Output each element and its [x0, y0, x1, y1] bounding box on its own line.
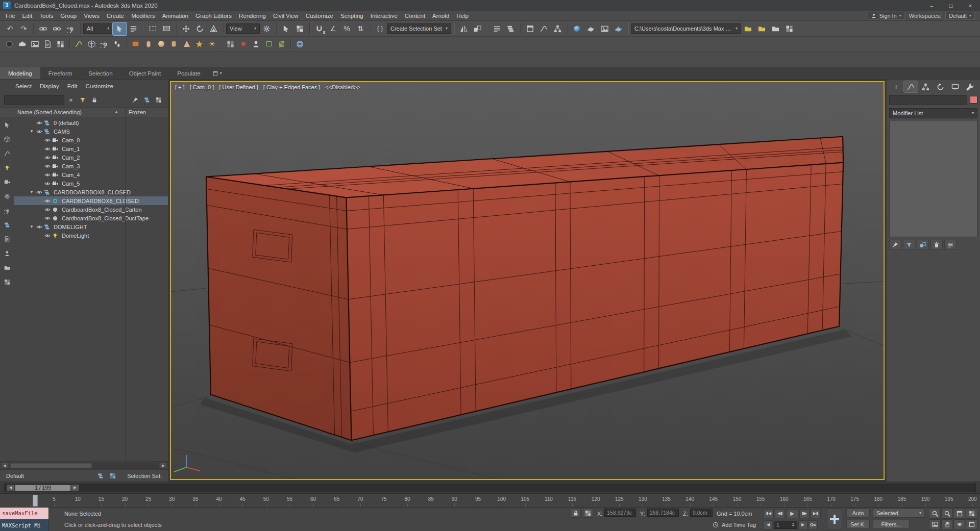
shapes-filter-icon[interactable] [3, 149, 12, 158]
material-editor-button[interactable] [570, 22, 584, 35]
z-coordinate-field[interactable]: 0.0cm [690, 509, 713, 517]
y-coordinate-field[interactable]: 268.7184c [647, 509, 679, 517]
scene-explorer-row[interactable]: Cam_1 [14, 144, 168, 153]
menu-edit[interactable]: Edit [19, 13, 36, 19]
search-input[interactable] [4, 95, 64, 105]
scene-explorer-row[interactable]: ▼CARDBOARDBOX8_CLOSED [14, 188, 168, 196]
visibility-eye-icon[interactable] [44, 163, 52, 169]
spacewarps-filter-icon[interactable] [3, 206, 12, 215]
spinner-snap-toggle[interactable]: ⇅ [354, 22, 368, 35]
explorer-settings-button[interactable] [154, 95, 164, 105]
filter-funnel-button[interactable] [78, 95, 88, 105]
selection-lock-toggle[interactable] [571, 509, 581, 518]
key-filters-button[interactable]: Filters... [873, 520, 910, 529]
previous-frame-button[interactable]: ◀▮ [775, 509, 785, 518]
keyboard-shortcut-override-toggle[interactable] [293, 22, 307, 35]
visibility-eye-icon[interactable] [44, 215, 52, 221]
unlink-button[interactable] [50, 22, 64, 35]
point-button[interactable] [237, 38, 250, 50]
zoom-region-button[interactable] [929, 519, 941, 529]
auto-key-button[interactable]: Auto [846, 509, 870, 518]
toggle-ribbon-button[interactable] [523, 22, 537, 35]
scene-explorer-row[interactable]: ▼CAMS [14, 127, 168, 136]
menu-customize[interactable]: Customize [302, 13, 337, 19]
cube-button[interactable] [85, 38, 98, 50]
use-pivot-point-center-button[interactable] [260, 22, 274, 35]
chamferbox-button[interactable] [129, 38, 142, 50]
spacewarp-button[interactable] [98, 38, 111, 50]
go-to-start-button[interactable]: ▮◀ [764, 509, 774, 518]
project-folder-combo[interactable]: C:\Users\costa\Documents\3ds Max 2020 ▾ [631, 23, 741, 34]
select-by-name-button[interactable] [127, 22, 140, 35]
rendered-frame-window-button[interactable] [598, 22, 611, 35]
toggle-layer-explorer-button[interactable] [504, 22, 518, 35]
globe-button[interactable] [293, 38, 306, 50]
selection-filter-dropdown[interactable]: All ▾ [83, 23, 113, 34]
display-tab[interactable] [948, 81, 962, 92]
bones-filter-icon[interactable] [3, 249, 12, 258]
scene-explorer-row[interactable]: ▼DOMELIGHT [14, 222, 168, 231]
scene-explorer-row[interactable]: Cam_2 [14, 153, 168, 162]
curve-editor-button[interactable] [537, 22, 551, 35]
modifier-stack-list[interactable] [889, 121, 977, 237]
scroll-left-button[interactable]: ◀ [1, 463, 8, 469]
visibility-eye-icon[interactable] [44, 172, 52, 178]
edit-named-selection-sets-button[interactable]: { } [373, 22, 387, 35]
hierarchy-tab[interactable] [919, 81, 933, 92]
viewport-shading-menu[interactable]: [ Clay + Edged Faces ] [263, 84, 321, 90]
materials-filter-icon[interactable] [3, 277, 12, 286]
angle-snap-toggle[interactable]: ∠ [326, 22, 340, 35]
select-and-move-button[interactable] [179, 22, 193, 35]
menu-rendering[interactable]: Rendering [235, 13, 270, 19]
lock-explorer-button[interactable] [89, 95, 100, 105]
pin-stack-button[interactable] [889, 240, 901, 250]
rectangular-selection-region-button[interactable] [146, 22, 160, 35]
menu-help[interactable]: Help [453, 13, 472, 19]
containers-filter-icon[interactable] [3, 263, 12, 272]
mirror-button[interactable] [457, 22, 471, 35]
explorer-menu-select[interactable]: Select [11, 83, 36, 89]
edit-named-sets-icon[interactable] [96, 472, 105, 480]
scene-explorer-row[interactable]: Cam_3 [14, 162, 168, 170]
scene-explorer-row[interactable]: Cam_5 [14, 179, 168, 188]
motion-tab[interactable] [934, 81, 947, 92]
menu-interactive[interactable]: Interactive [367, 13, 401, 19]
go-to-end-button[interactable]: ▶▮ [811, 509, 821, 518]
visibility-eye-icon[interactable] [36, 129, 44, 135]
utilities-tab[interactable] [963, 81, 977, 92]
ribbon-tab-selection[interactable]: Selection [80, 67, 120, 79]
visibility-eye-icon[interactable] [44, 137, 52, 143]
menu-scripting[interactable]: Scripting [337, 13, 367, 19]
dummy-button[interactable] [262, 38, 275, 50]
groups-filter-icon[interactable] [3, 220, 12, 229]
viewport-canvas[interactable] [171, 82, 884, 479]
zoom-button[interactable] [929, 509, 941, 519]
ribbon-tab-freeform[interactable]: Freeform [40, 67, 81, 79]
track-bar[interactable]: 5101520253035404550556065707580859095100… [0, 493, 980, 508]
previous-frame-arrow[interactable]: ◀ [7, 485, 15, 491]
add-time-tag[interactable]: Add Time Tag [722, 520, 756, 529]
scene-explorer-row[interactable]: CARDBOARDBOX8_CLOSED [14, 196, 168, 205]
scroll-right-button[interactable]: ▶ [160, 463, 167, 469]
menu-modifiers[interactable]: Modifiers [128, 13, 159, 19]
menu-graph-editors[interactable]: Graph Editors [192, 13, 235, 19]
cloud-button[interactable] [16, 38, 29, 50]
capsule-button[interactable] [142, 38, 155, 50]
clear-search-button[interactable]: ✕ [66, 95, 76, 105]
maxscript-mini-listener[interactable]: saveMaxFile MAXScript Mi [0, 508, 49, 531]
macro-recorder-line[interactable]: saveMaxFile [0, 508, 48, 519]
layer-manager-icon[interactable] [109, 472, 117, 480]
play-animation-button[interactable]: ▶ [786, 509, 798, 518]
configure-modifier-sets-button[interactable] [944, 240, 957, 250]
named-selection-sets-combo[interactable]: Create Selection Set ▾ [387, 23, 451, 34]
sign-in-button[interactable]: Sign In ▾ [868, 12, 904, 20]
current-frame-indicator[interactable]: 1 / 199 [15, 485, 71, 491]
workspace-dropdown[interactable]: Default ▾ [945, 12, 975, 20]
project-save-button[interactable] [769, 22, 782, 35]
ribbon-tab-populate[interactable]: Populate [169, 67, 208, 79]
visibility-eye-icon[interactable] [36, 120, 44, 126]
next-frame-arrow[interactable]: ▶ [71, 485, 79, 491]
minimize-button[interactable]: – [922, 0, 941, 11]
maxscript-listener-line[interactable]: MAXScript Mi [0, 519, 48, 531]
circle-button[interactable] [3, 38, 16, 50]
